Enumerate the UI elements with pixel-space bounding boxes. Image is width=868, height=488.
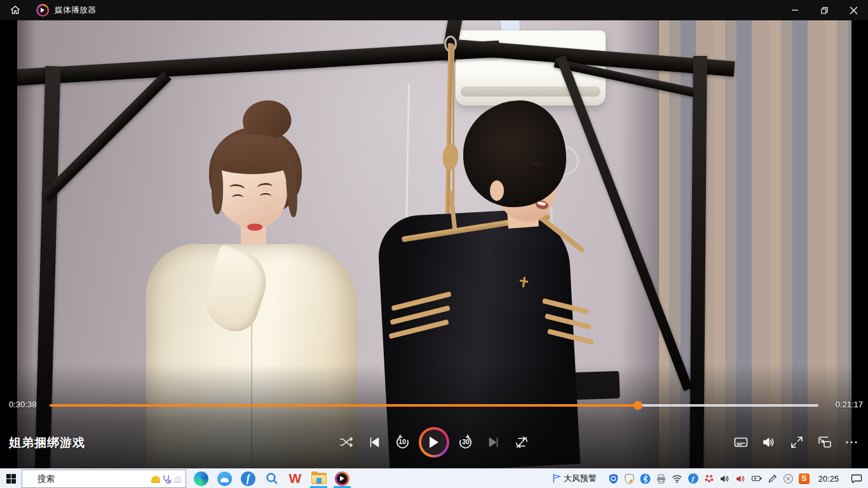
secondary-controls [727, 427, 864, 458]
video-title: 姐弟捆绑游戏 [9, 435, 85, 451]
action-center-button[interactable] [845, 469, 868, 488]
woman-eye-left [232, 194, 243, 201]
taskbar-clock[interactable]: 20:25 [812, 474, 845, 484]
man-ear [490, 180, 504, 201]
tray-volume-red[interactable] [733, 469, 749, 488]
previous-icon [367, 435, 382, 450]
taskbar-wps-button[interactable]: W [283, 469, 307, 488]
start-button[interactable] [0, 469, 22, 488]
flag-icon [552, 473, 562, 484]
rewind-label: 10 [388, 438, 416, 445]
tray-red-cluster[interactable] [701, 469, 717, 488]
repeat-off-icon [514, 435, 529, 450]
taskbar-explorer-button[interactable] [307, 469, 330, 488]
cloud-browser-icon [217, 471, 232, 486]
title-bar: 媒体播放器 [0, 0, 868, 20]
minimize-icon [791, 6, 799, 14]
tray-volume-outline[interactable] [717, 469, 733, 488]
mini-player-button[interactable] [811, 427, 839, 458]
more-options-button[interactable] [839, 427, 864, 458]
taskbar-media-player-button[interactable] [330, 469, 354, 488]
more-options-icon [844, 435, 859, 450]
media-player-icon [335, 471, 349, 486]
tray-flash[interactable]: f [685, 469, 701, 488]
tray-disabled-x[interactable] [780, 469, 796, 488]
tray-bluetooth[interactable] [637, 469, 653, 488]
taskbar-search-tool-button[interactable] [260, 469, 283, 488]
minimize-button[interactable] [780, 0, 810, 20]
next-button[interactable] [480, 427, 508, 458]
magnifier-icon [265, 471, 279, 485]
windows-logo-icon [6, 474, 16, 484]
volume-icon [761, 435, 776, 450]
close-icon [850, 6, 858, 15]
system-tray: 大风预警 f [550, 469, 868, 488]
taskbar-cloud-browser-button[interactable] [213, 469, 236, 488]
tray-defender-warning[interactable] [621, 469, 637, 488]
battery-icon [751, 473, 763, 484]
search-highlights [151, 474, 182, 484]
play-button[interactable] [416, 427, 452, 458]
blue-shield-icon [608, 473, 619, 484]
forward-label: 30 [452, 438, 480, 445]
next-icon [486, 435, 501, 450]
tray-printer[interactable] [653, 469, 669, 488]
play-icon [430, 437, 444, 448]
shield-warning-icon [624, 473, 635, 484]
tray-sogou-input[interactable]: S [796, 469, 812, 488]
tray-pen[interactable] [764, 469, 780, 488]
progress-row: 0:30:38 0:21:17 [0, 399, 868, 412]
tray-security-shield[interactable] [606, 469, 621, 488]
taskbar-flash-button[interactable]: f [236, 469, 260, 488]
stethoscope-icon [162, 474, 172, 484]
home-button[interactable] [6, 3, 24, 18]
repeat-off-button[interactable] [508, 427, 536, 458]
flash-icon: f [241, 471, 255, 486]
subtitles-icon [733, 435, 749, 450]
forward-30-button[interactable]: 30 [452, 427, 480, 458]
search-input[interactable] [36, 473, 151, 484]
taskbar-search[interactable] [22, 470, 186, 488]
woman-fringe [214, 135, 290, 174]
subtitles-button[interactable] [727, 427, 755, 458]
file-explorer-icon [311, 473, 327, 484]
woman-sidehair-left [212, 163, 223, 214]
mini-player-icon [817, 435, 832, 450]
taskbar-edge-button[interactable] [189, 469, 213, 488]
media-player-window: 媒体播放器 Leader [0, 0, 868, 488]
wifi-icon [672, 473, 682, 484]
hard-hat-icon [151, 476, 160, 482]
chef-hat-icon [173, 476, 182, 482]
weather-warning-text[interactable]: 大风预警 [564, 473, 597, 484]
taskbar-apps: f W [189, 469, 354, 488]
speaker-outline-icon [719, 473, 730, 484]
bluetooth-icon [640, 473, 651, 484]
fullscreen-icon [789, 435, 804, 450]
close-button[interactable] [839, 0, 868, 20]
tray-battery[interactable] [749, 469, 764, 488]
tray-network[interactable] [669, 469, 685, 488]
elapsed-time: 0:30:38 [9, 400, 36, 409]
red-cluster-icon [704, 473, 714, 484]
previous-button[interactable] [360, 427, 388, 458]
woman-lips [247, 224, 262, 231]
transport-controls: 10 30 [332, 427, 536, 458]
seek-bar[interactable] [50, 404, 818, 407]
man-hair [463, 100, 566, 207]
restore-button[interactable] [810, 0, 839, 20]
wps-icon: W [289, 471, 302, 486]
edge-icon [194, 471, 208, 486]
media-player-app-icon [36, 4, 49, 17]
printer-icon [656, 473, 667, 484]
speaker-red-icon [735, 473, 746, 484]
weather-flag-icon[interactable] [550, 469, 564, 488]
progress-thumb[interactable] [634, 401, 642, 410]
rewind-10-button[interactable]: 10 [388, 427, 416, 458]
volume-button[interactable] [755, 427, 783, 458]
taskbar: f W [0, 468, 868, 488]
fullscreen-button[interactable] [783, 427, 811, 458]
notification-icon [851, 473, 862, 484]
play-ring [419, 427, 449, 458]
shuffle-button[interactable] [332, 427, 360, 458]
shuffle-icon [339, 435, 354, 450]
